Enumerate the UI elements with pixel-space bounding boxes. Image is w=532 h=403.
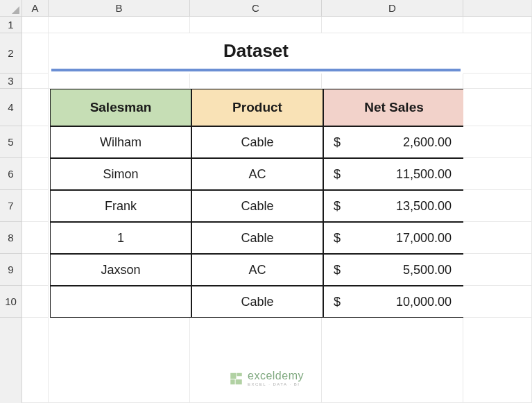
cell-e2[interactable] [463, 33, 532, 74]
watermark-text: exceldemy [248, 370, 304, 381]
cell-e1[interactable] [463, 17, 532, 33]
cell-e5[interactable] [463, 126, 532, 158]
cell-pad-c [190, 318, 322, 403]
table-row[interactable]: $13,500.00 [323, 190, 465, 222]
table-row[interactable]: $11,500.00 [323, 158, 465, 190]
cell-a2[interactable] [22, 33, 49, 74]
logo-icon [228, 371, 243, 386]
cell-e7[interactable] [463, 190, 532, 222]
table-row[interactable]: Simon [50, 158, 191, 190]
amount-value: 2,600.00 [403, 135, 452, 150]
table-row[interactable]: $10,000.00 [323, 286, 465, 318]
table-row[interactable] [50, 286, 191, 318]
table-row[interactable]: Cable [191, 222, 323, 254]
cell-c3[interactable] [190, 74, 322, 89]
cell-e10[interactable] [463, 286, 532, 318]
currency-sign: $ [334, 167, 341, 182]
cell-e8[interactable] [463, 222, 532, 254]
cell-a5[interactable] [22, 126, 49, 158]
row-header-7[interactable]: 7 [0, 190, 22, 222]
row-header-1[interactable]: 1 [0, 17, 22, 33]
row-header-empty [0, 318, 22, 403]
currency-sign: $ [334, 295, 341, 309]
table-row[interactable]: Cable [191, 190, 323, 222]
select-all-corner[interactable] [0, 0, 22, 17]
table-row[interactable]: AC [191, 158, 323, 190]
table-row[interactable]: Cable [191, 126, 323, 158]
table-row[interactable]: $2,600.00 [323, 126, 465, 158]
row-header-2[interactable]: 2 [0, 33, 22, 74]
row-header-5[interactable]: 5 [0, 126, 22, 158]
cell-a9[interactable] [22, 254, 49, 286]
currency-sign: $ [334, 135, 341, 150]
col-header-c[interactable]: C [190, 0, 322, 17]
cell-b3[interactable] [49, 74, 190, 89]
data-table: Salesman Product Net Sales Wilham Cable … [50, 89, 462, 318]
currency-sign: $ [334, 231, 341, 246]
table-row[interactable]: 1 [50, 222, 191, 254]
cell-e6[interactable] [463, 158, 532, 190]
cell-e4[interactable] [463, 89, 532, 126]
table-row[interactable]: Frank [50, 190, 191, 222]
cell-a3[interactable] [22, 74, 49, 89]
watermark: exceldemy EXCEL · DATA · BI [228, 370, 304, 386]
cell-e9[interactable] [463, 254, 532, 286]
cell-pad-e [463, 318, 532, 403]
watermark-subtext: EXCEL · DATA · BI [248, 382, 304, 386]
cell-pad-d [322, 318, 463, 403]
dataset-title[interactable]: Dataset [51, 33, 461, 71]
amount-value: 10,000.00 [396, 295, 452, 309]
col-header-a[interactable]: A [22, 0, 49, 17]
cell-a6[interactable] [22, 158, 49, 190]
row-header-3[interactable]: 3 [0, 74, 22, 89]
cell-pad-a [22, 318, 49, 403]
table-row[interactable]: Cable [191, 286, 323, 318]
table-header-product[interactable]: Product [191, 89, 323, 126]
cell-c1[interactable] [190, 17, 322, 33]
cell-a8[interactable] [22, 222, 49, 254]
table-row[interactable]: $5,500.00 [323, 254, 465, 286]
row-header-9[interactable]: 9 [0, 254, 22, 286]
amount-value: 5,500.00 [403, 263, 452, 277]
spreadsheet-grid: A B C D 1 2 Dataset 3 4 Salesman Product… [0, 0, 532, 403]
table-row[interactable]: Wilham [50, 126, 191, 158]
cell-d3[interactable] [322, 74, 463, 89]
cell-e3[interactable] [463, 74, 532, 89]
amount-value: 17,000.00 [396, 231, 452, 246]
row-header-6[interactable]: 6 [0, 158, 22, 190]
cell-a4[interactable] [22, 89, 49, 126]
cell-a1[interactable] [22, 17, 49, 33]
cell-a7[interactable] [22, 190, 49, 222]
table-row[interactable]: Jaxson [50, 254, 191, 286]
row-header-4[interactable]: 4 [0, 89, 22, 126]
col-header-empty [463, 0, 532, 17]
cell-pad-b [49, 318, 190, 403]
table-header-salesman[interactable]: Salesman [50, 89, 191, 126]
cell-b1[interactable] [49, 17, 190, 33]
currency-sign: $ [334, 263, 341, 277]
col-header-b[interactable]: B [49, 0, 190, 17]
col-header-d[interactable]: D [322, 0, 463, 17]
table-row[interactable]: $17,000.00 [323, 222, 465, 254]
row-header-10[interactable]: 10 [0, 286, 22, 318]
row-header-8[interactable]: 8 [0, 222, 22, 254]
amount-value: 13,500.00 [396, 199, 452, 214]
table-row[interactable]: AC [191, 254, 323, 286]
table-header-netsales[interactable]: Net Sales [323, 89, 465, 126]
cell-a10[interactable] [22, 286, 49, 318]
amount-value: 11,500.00 [396, 167, 452, 182]
currency-sign: $ [334, 199, 341, 214]
cell-d1[interactable] [322, 17, 463, 33]
